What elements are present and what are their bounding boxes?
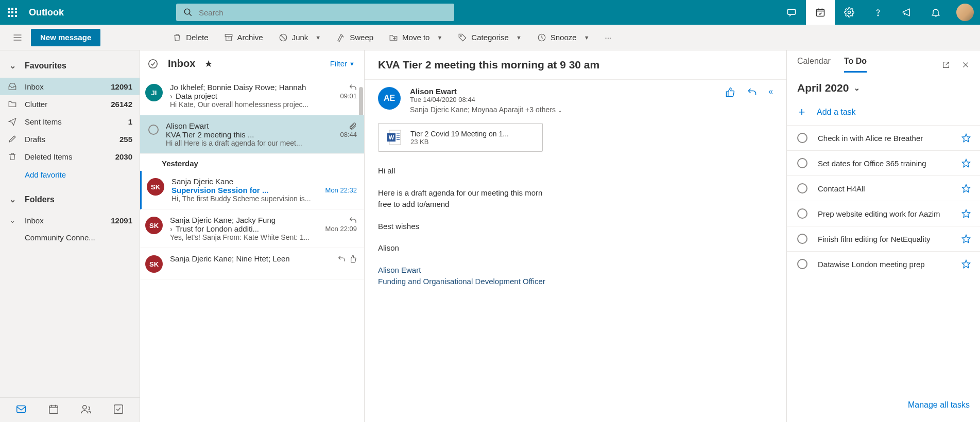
- chevron-down-icon: ⌄: [7, 61, 18, 71]
- folders-header[interactable]: ⌄Folders: [0, 191, 140, 207]
- message-preview: Hi all Here is a draft agenda for our me…: [166, 139, 357, 147]
- notifications-button[interactable]: [921, 0, 950, 25]
- my-day-button[interactable]: [806, 0, 835, 25]
- attachment-name: Tier 2 Covid 19 Meeting on 1...: [410, 130, 509, 138]
- task-item[interactable]: Datawise London meeting prep: [787, 251, 980, 276]
- more-button[interactable]: ···: [605, 33, 612, 42]
- close-button[interactable]: [961, 61, 970, 69]
- task-checkbox[interactable]: [797, 259, 807, 269]
- archive-icon: [224, 33, 233, 42]
- people-module-button[interactable]: [80, 403, 92, 416]
- snooze-button[interactable]: Snooze▼: [537, 33, 590, 42]
- app-launcher-button[interactable]: [0, 0, 25, 25]
- star-outline-icon[interactable]: [961, 259, 971, 269]
- like-button[interactable]: [725, 87, 735, 97]
- svg-rect-15: [49, 406, 58, 414]
- chevron-right-icon: ›: [170, 92, 173, 100]
- star-outline-icon[interactable]: [961, 209, 971, 218]
- chevron-down-icon: ▼: [516, 34, 522, 41]
- message-time: Mon 22:09: [325, 225, 357, 233]
- chevron-right-icon: ›: [170, 224, 173, 233]
- task-item[interactable]: Contact H4All: [787, 175, 980, 201]
- message-item[interactable]: SKSanja Djeric KaneSupervision Session f…: [140, 171, 364, 209]
- sender-avatar[interactable]: AE: [378, 87, 401, 110]
- star-outline-icon[interactable]: [961, 133, 971, 143]
- manage-all-tasks-link[interactable]: Manage all tasks: [787, 394, 980, 416]
- reply-button[interactable]: [747, 87, 757, 97]
- categorise-button[interactable]: Categorise▼: [458, 33, 521, 42]
- nav-item-sent[interactable]: Sent Items1: [0, 113, 140, 130]
- task-item[interactable]: Finish film editing for NetEquality: [787, 226, 980, 251]
- popout-button[interactable]: [942, 61, 950, 69]
- mail-module-button[interactable]: [15, 403, 27, 416]
- message-item[interactable]: SKSanja Djeric Kane; Jacky Fung›Trust fo…: [140, 209, 364, 248]
- megaphone-button[interactable]: [892, 0, 921, 25]
- filter-button[interactable]: Filter▼: [330, 59, 355, 68]
- settings-button[interactable]: [835, 0, 864, 25]
- task-item[interactable]: Set dates for Office 365 training: [787, 150, 980, 175]
- junk-button[interactable]: Junk▼: [279, 33, 321, 42]
- calendar-module-button[interactable]: [48, 403, 59, 416]
- task-checkbox[interactable]: [797, 234, 807, 244]
- select-all-icon[interactable]: [147, 58, 159, 69]
- add-task-button[interactable]: +Add a task: [787, 99, 980, 125]
- nav-item-inbox[interactable]: Inbox12091: [0, 78, 140, 95]
- task-checkbox[interactable]: [797, 208, 807, 219]
- nav-item-community[interactable]: Community Conne...: [0, 229, 140, 246]
- task-item[interactable]: Prep website editing work for Aazim: [787, 201, 980, 226]
- add-favorite-link[interactable]: Add favorite: [0, 165, 140, 184]
- clock-icon: [537, 33, 546, 42]
- search-box[interactable]: [176, 4, 454, 21]
- reply-icon: [349, 216, 357, 224]
- star-outline-icon[interactable]: [961, 159, 971, 168]
- message-from: Alison Ewart: [166, 121, 345, 130]
- svg-line-1: [189, 13, 192, 16]
- recipients-line[interactable]: Sanja Djeric Kane; Moynaa Aparajit +3 ot…: [410, 106, 716, 114]
- svg-rect-9: [225, 34, 232, 37]
- task-item[interactable]: Check in with Alice re Breather: [787, 125, 980, 150]
- task-checkbox[interactable]: [797, 158, 807, 168]
- todo-tab[interactable]: To Do: [844, 57, 867, 73]
- nav-item-inbox-2[interactable]: ⌄Inbox12091: [0, 212, 140, 229]
- move-to-button[interactable]: Move to▼: [389, 33, 442, 42]
- tasks-module-button[interactable]: [113, 403, 124, 416]
- svg-rect-2: [788, 9, 796, 14]
- svg-rect-24: [397, 137, 400, 138]
- message-subject: KVA Tier 2 meeting this ...: [166, 130, 336, 139]
- help-button[interactable]: [864, 0, 892, 25]
- svg-line-11: [281, 35, 285, 40]
- nav-item-drafts[interactable]: Drafts255: [0, 130, 140, 148]
- reply-all-button[interactable]: «: [768, 87, 773, 96]
- message-item[interactable]: SKSanja Djeric Kane; Nine Htet; Leen: [140, 248, 364, 279]
- todo-month-picker[interactable]: April 2020⌄: [787, 73, 980, 99]
- message-item[interactable]: Alison EwartKVA Tier 2 meeting this ...0…: [140, 115, 364, 154]
- svg-marker-28: [962, 134, 970, 142]
- brand-label: Outlook: [25, 7, 73, 18]
- nav-item-clutter[interactable]: Clutter26142: [0, 95, 140, 113]
- command-bar: New message Delete Archive Junk▼ Sweep M…: [0, 25, 980, 50]
- star-outline-icon[interactable]: [961, 184, 971, 193]
- chat-button[interactable]: [777, 0, 806, 25]
- svg-marker-31: [962, 210, 970, 218]
- search-input[interactable]: [199, 8, 447, 17]
- message-item[interactable]: JIJo Ikhelef; Bonnie Daisy Rowe; Hannah›…: [140, 77, 364, 115]
- favourites-header[interactable]: ⌄Favourites: [0, 58, 140, 74]
- hamburger-button[interactable]: [7, 32, 28, 43]
- nav-item-deleted[interactable]: Deleted Items2030: [0, 148, 140, 165]
- tag-icon: [458, 33, 467, 42]
- sender-name: Alison Ewart: [410, 87, 716, 96]
- user-avatar[interactable]: [956, 4, 974, 21]
- task-checkbox[interactable]: [797, 133, 807, 143]
- star-outline-icon[interactable]: [961, 234, 971, 243]
- attachment-card[interactable]: W Tier 2 Covid 19 Meeting on 1... 23 KB: [378, 123, 543, 152]
- task-checkbox[interactable]: [797, 183, 807, 194]
- star-icon[interactable]: ★: [204, 58, 213, 69]
- archive-button[interactable]: Archive: [224, 33, 263, 42]
- calendar-tab[interactable]: Calendar: [797, 57, 831, 73]
- delete-button[interactable]: Delete: [173, 33, 208, 42]
- send-icon: [7, 117, 18, 126]
- sweep-button[interactable]: Sweep: [336, 33, 373, 42]
- new-message-button[interactable]: New message: [31, 29, 100, 46]
- select-circle[interactable]: [148, 125, 159, 135]
- svg-point-12: [460, 35, 461, 36]
